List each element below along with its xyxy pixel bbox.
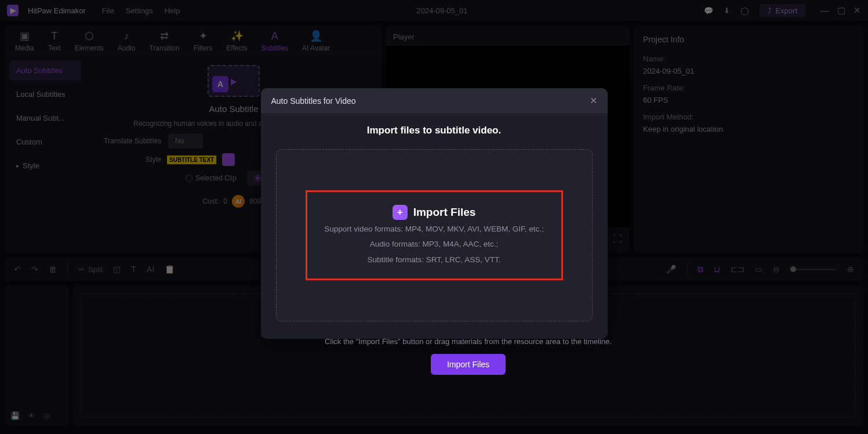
modal-drop-zone[interactable]: + Import Files Support video formats: MP… <box>276 149 593 321</box>
import-files-label: Import Files <box>413 206 476 219</box>
plus-icon: + <box>393 205 408 220</box>
import-files-box[interactable]: + Import Files Support video formats: MP… <box>306 190 563 280</box>
modal-body: Import files to subtitle video. + Import… <box>261 113 608 339</box>
subtitle-formats: Subtitle formats: SRT, LRC, ASS, VTT. <box>367 254 500 266</box>
timeline-import-button[interactable]: Import Files <box>431 354 506 375</box>
modal-close-button[interactable]: ✕ <box>590 95 597 106</box>
audio-formats: Audio formats: MP3, M4A, AAC, etc.; <box>370 238 498 250</box>
modal-title: Auto Subtitles for Video <box>271 96 356 106</box>
video-formats: Support video formats: MP4, MOV, MKV, AV… <box>324 223 543 235</box>
timeline-hint: Click the "Import Files" button or drag … <box>325 337 612 346</box>
auto-subtitles-modal: Auto Subtitles for Video ✕ Import files … <box>261 88 608 339</box>
modal-header: Auto Subtitles for Video ✕ <box>261 88 608 113</box>
modal-heading: Import files to subtitle video. <box>276 125 593 136</box>
